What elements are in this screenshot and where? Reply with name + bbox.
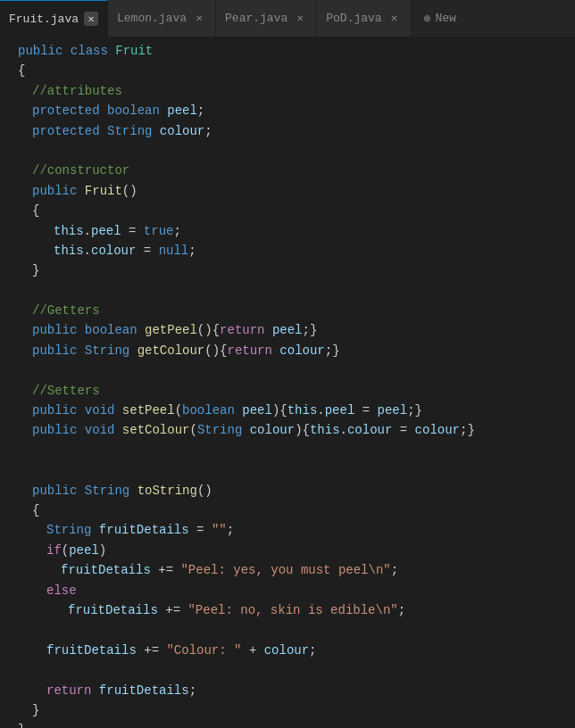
code-line [0, 281, 575, 301]
code-line: public boolean getPeel(){return peel;} [0, 320, 575, 340]
code-line: public String getColour(){return colour;… [0, 341, 575, 360]
code-line: if(peel) [0, 541, 575, 560]
code-line: public class Fruit [0, 41, 575, 61]
tab-bar: Fruit.java ✕ Lemon.java ✕ Pear.java ✕ Po… [0, 0, 575, 37]
code-line: public String toString() [0, 481, 575, 500]
code-line [0, 660, 575, 680]
close-icon[interactable]: ✕ [293, 12, 307, 26]
code-line: fruitDetails += "Colour: " + colour; [0, 641, 575, 660]
tab-label: PoD.java [326, 12, 381, 25]
code-editor[interactable]: public class Fruit { //attributes protec… [0, 37, 575, 728]
close-icon[interactable]: ✕ [84, 12, 98, 26]
code-line: { [0, 500, 575, 520]
code-line: this.peel = true; [0, 221, 575, 241]
plus-icon: ⊕ [424, 12, 431, 26]
tab-label: Lemon.java [117, 12, 187, 25]
code-line: } [0, 700, 575, 720]
code-line [0, 460, 575, 480]
code-line: //attributes [0, 81, 575, 101]
code-line: return fruitDetails; [0, 681, 575, 700]
tab-pear-java[interactable]: Pear.java ✕ [216, 0, 317, 37]
code-line [0, 441, 575, 460]
close-icon[interactable]: ✕ [388, 12, 402, 26]
tab-pod-java[interactable]: PoD.java ✕ [317, 0, 411, 37]
code-line: //Setters [0, 381, 575, 401]
tab-label: Pear.java [225, 12, 288, 25]
new-tab-button[interactable]: ⊕ New [412, 0, 469, 37]
code-line [0, 141, 575, 161]
code-line: fruitDetails += "Peel: yes, you must pee… [0, 560, 575, 580]
code-line: //constructor [0, 161, 575, 180]
code-line: String fruitDetails = ""; [0, 520, 575, 540]
close-icon[interactable]: ✕ [192, 12, 206, 26]
code-line: public Fruit() [0, 181, 575, 201]
code-line: //Getters [0, 301, 575, 320]
code-line: protected boolean peel; [0, 101, 575, 120]
code-line: { [0, 201, 575, 220]
code-line: fruitDetails += "Peel: no, skin is edibl… [0, 600, 575, 620]
tab-lemon-java[interactable]: Lemon.java ✕ [108, 0, 216, 37]
code-line: else [0, 581, 575, 600]
tab-label: Fruit.java [9, 12, 79, 26]
code-line: } [0, 720, 575, 728]
code-line: public void setPeel(boolean peel){this.p… [0, 401, 575, 420]
new-tab-label: New [436, 12, 456, 25]
code-line [0, 620, 575, 640]
code-line: public void setColour(String colour){thi… [0, 420, 575, 440]
code-line: { [0, 61, 575, 80]
code-line [0, 360, 575, 380]
code-line: protected String colour; [0, 121, 575, 141]
code-line: } [0, 261, 575, 280]
tab-fruit-java[interactable]: Fruit.java ✕ [0, 0, 108, 37]
code-line: this.colour = null; [0, 241, 575, 261]
